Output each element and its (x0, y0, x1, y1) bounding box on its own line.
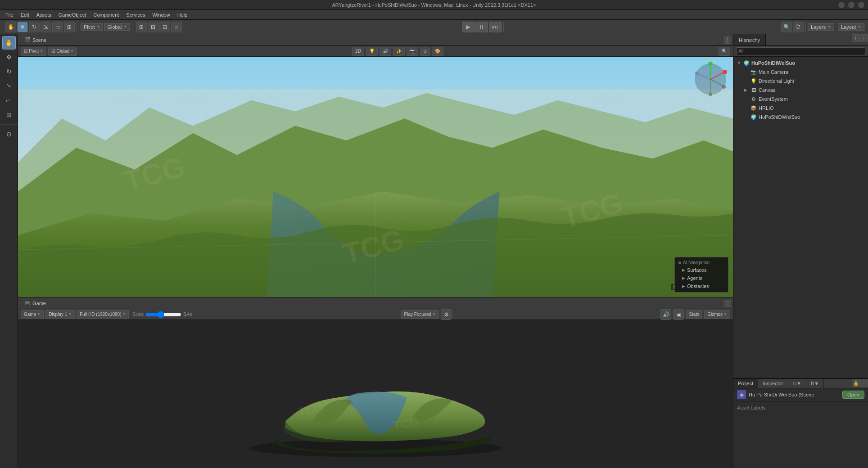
hierarchy-hrlio[interactable]: 📦 HRLIO (733, 104, 868, 112)
hupo-label: HuPoShiDiWeiSuo (759, 114, 800, 120)
audio-btn[interactable]: 🔊 (380, 47, 391, 56)
move-tool[interactable]: ✥ (2, 50, 16, 64)
game-tab[interactable]: 🎮 Game (20, 298, 50, 308)
2d-btn[interactable]: 2D (352, 47, 364, 56)
b-tab-label: B▼ (811, 381, 819, 386)
close-button[interactable]: ✕ (858, 2, 864, 8)
hand-tool-button[interactable]: ✋ (5, 22, 16, 32)
scale-tool-button[interactable]: ⇲ (41, 22, 51, 32)
play-focused-btn[interactable]: Play Focused ▼ (401, 310, 439, 319)
pivot-scene-label: Pivot (29, 49, 39, 54)
b-tab[interactable]: B▼ (806, 379, 824, 388)
asset-labels-text: Asset Labels (737, 405, 765, 410)
display-btn[interactable]: Display 1 ▼ (45, 310, 75, 319)
mute-btn[interactable]: 🔊 (660, 309, 671, 320)
minimize-button[interactable]: ─ (838, 2, 845, 8)
extra-tool[interactable]: ⊙ (2, 127, 16, 141)
gizmos-btn[interactable]: Gizmos ▼ (704, 310, 730, 319)
extra-button[interactable]: ≡ (171, 22, 182, 32)
grid-button[interactable]: ⊞ (136, 22, 147, 32)
maximize-button[interactable]: □ (848, 2, 854, 8)
hierarchy-add-button[interactable]: + (852, 34, 860, 42)
step-button[interactable]: ⏭ (489, 22, 502, 32)
lit-tab[interactable]: Li▼ (788, 379, 806, 388)
game-settings-btn[interactable]: ⚙ (441, 309, 452, 320)
pivot-scene-btn[interactable]: ☑ Pivot ▼ (21, 47, 46, 56)
resolution-btn[interactable]: Full HD (1920x1080) ▼ (77, 310, 129, 319)
layers-dropdown[interactable]: Layers ▼ (808, 23, 834, 31)
snap-button[interactable]: ⊟ (148, 22, 158, 32)
hierarchy-search-input[interactable] (736, 47, 865, 55)
gizmo-button[interactable]: ⊡ (159, 22, 170, 32)
tab-hierarchy[interactable]: Hierarchy (733, 34, 766, 45)
menu-window[interactable]: Window (149, 11, 174, 18)
global-dropdown[interactable]: Global ▼ (104, 23, 130, 31)
game-toolbar: Game ▼ Display 1 ▼ Full HD (1920x1080) ▼… (18, 309, 733, 320)
menu-edit[interactable]: Edit (17, 11, 33, 18)
inspector-lock-button[interactable]: 🔒 (852, 379, 860, 387)
scale-slider[interactable] (145, 312, 181, 317)
open-button[interactable]: Open (842, 391, 864, 399)
ai-nav-surfaces[interactable]: ▶ Surfaces (675, 266, 728, 274)
global-scene-btn[interactable]: ☑ Global ▼ (48, 47, 77, 56)
title-bar-text: ARYangtzeRiver1 - HuPoShiDiWeiSuo - Wind… (4, 2, 864, 8)
scale-tool[interactable]: ⇲ (2, 79, 16, 93)
hierarchy-canvas[interactable]: ▶ 🖼 Canvas (733, 86, 868, 94)
surfaces-arrow: ▶ (682, 268, 685, 272)
agents-label: Agents (687, 275, 702, 281)
hierarchy-main-camera[interactable]: 📷 Main Camera (733, 68, 868, 76)
menu-services[interactable]: Services (122, 11, 149, 18)
light-icon: 💡 (750, 78, 757, 84)
search-button[interactable]: 🔍 (781, 22, 792, 32)
scene-options-button[interactable]: ⋮ (724, 36, 731, 44)
inspector-options-button[interactable]: ⋮ (860, 379, 868, 387)
hierarchy-options-button[interactable]: ⋮ (860, 34, 868, 42)
menu-component[interactable]: Component (90, 11, 122, 18)
hierarchy-eventsystem[interactable]: ⚙ EventSystem (733, 94, 868, 104)
gizmos-scene-btn[interactable]: ⊙ (420, 47, 430, 56)
scene-tab[interactable]: 🎬 Scene (20, 35, 51, 45)
scene-cam-btn[interactable]: 📷 (407, 47, 418, 56)
ai-nav-agents[interactable]: ▶ Agents (675, 274, 728, 282)
fx-btn[interactable]: ✨ (393, 47, 405, 56)
hierarchy-hupo[interactable]: 🌍 HuPoShiDiWeiSuo (733, 112, 868, 122)
history-button[interactable]: ⏱ (793, 22, 804, 32)
game-terrain-svg: TCG TCG (240, 331, 511, 457)
gizmos-arrow: ▼ (723, 312, 727, 316)
obstacles-label: Obstacles (687, 284, 709, 289)
hierarchy-directional-light[interactable]: 💡 Directional Light (733, 76, 868, 86)
rotate-tool[interactable]: ↻ (2, 65, 16, 78)
display-arrow: ▼ (68, 312, 72, 316)
game-label: Game ▼ (21, 310, 44, 319)
search-scene-btn[interactable]: 🔍 (719, 47, 730, 56)
ai-nav-obstacles[interactable]: ▶ Obstacles (675, 282, 728, 290)
hierarchy-root[interactable]: ▼ 🌍 HuPoShiDiWeiSuo (733, 58, 868, 68)
custom-tool[interactable]: ⊞ (2, 108, 16, 122)
game-text: Game (24, 312, 36, 317)
inspector-tab[interactable]: Inspector (758, 379, 788, 388)
menu-gameobject[interactable]: GameObject (55, 11, 90, 18)
game-options-button[interactable]: ⋮ (724, 300, 731, 307)
move-tool-button[interactable]: ✥ (17, 22, 28, 32)
rotate-tool-button[interactable]: ↻ (29, 22, 40, 32)
transform-tool-button[interactable]: ⊞ (64, 22, 75, 32)
layout-dropdown[interactable]: Layout ▼ (838, 23, 864, 31)
menu-assets[interactable]: Assets (33, 11, 55, 18)
right-panel-tabs: Hierarchy + ⋮ (733, 34, 868, 46)
scene-render-btn[interactable]: 🎨 (432, 47, 443, 56)
stats-btn[interactable]: Stats (686, 310, 702, 319)
eventsystem-label: EventSystem (759, 96, 788, 102)
project-tab[interactable]: Project (733, 379, 758, 388)
hand-tool[interactable]: ✋ (2, 36, 16, 50)
pivot-dropdown[interactable]: Pivot ▼ (81, 23, 103, 31)
menu-help[interactable]: Help (174, 11, 191, 18)
transform-tools: ✋ ✥ ↻ ⇲ ▭ ⊞ (4, 22, 77, 32)
rect-tool[interactable]: ▭ (2, 94, 16, 107)
aspect-btn[interactable]: ▣ (673, 309, 684, 320)
rect-tool-button[interactable]: ▭ (52, 22, 63, 32)
lighting-btn[interactable]: 💡 (366, 47, 378, 56)
scene-name-label: Hu Po Shi Di Wei Suo (Scene (749, 392, 840, 397)
menu-file[interactable]: File (2, 11, 17, 18)
play-button[interactable]: ▶ (462, 22, 475, 32)
pause-button[interactable]: ⏸ (475, 22, 488, 32)
